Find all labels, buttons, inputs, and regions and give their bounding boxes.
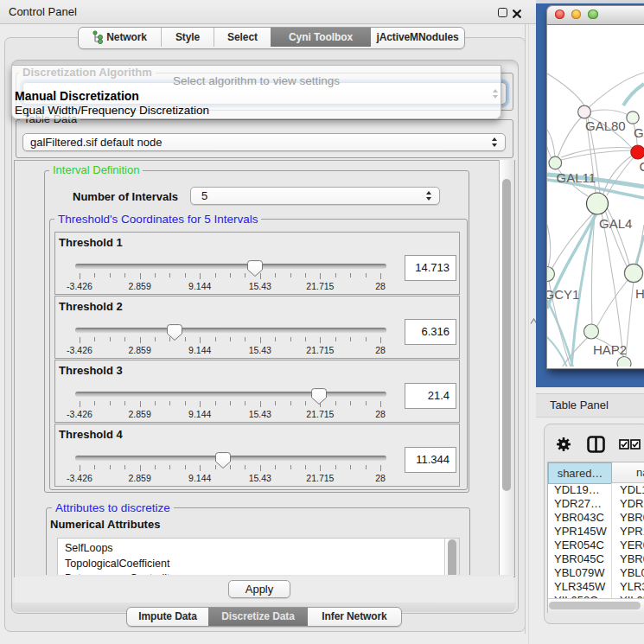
- svg-text:GAL80: GAL80: [585, 118, 626, 133]
- svg-text:HAP2: HAP2: [593, 342, 627, 357]
- svg-text:GAL1: GAL1: [634, 125, 644, 140]
- svg-text:CYC: CYC: [640, 159, 644, 174]
- svg-text:GAL4: GAL4: [599, 216, 632, 231]
- svg-text:GCY1: GCY1: [547, 287, 579, 302]
- svg-text:H: H: [635, 286, 644, 301]
- svg-text:GAL11: GAL11: [557, 170, 596, 185]
